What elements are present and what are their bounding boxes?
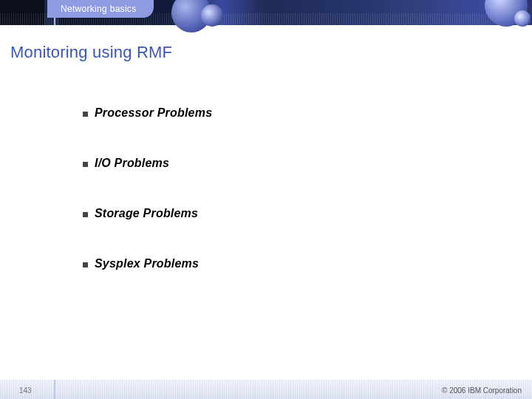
slide: Networking basics Monitoring using RMF P… — [0, 0, 532, 399]
slide-title: Monitoring using RMF — [10, 43, 172, 62]
header-section-label: Networking basics — [61, 4, 136, 14]
list-item: I/O Problems — [83, 157, 467, 170]
bullet-list: Processor Problems I/O Problems Storage … — [83, 106, 467, 307]
bullet-square-icon — [83, 162, 88, 167]
footer-divider-line — [54, 380, 55, 399]
bullet-label: I/O Problems — [95, 157, 169, 170]
page-number: 143 — [19, 386, 32, 395]
bullet-label: Processor Problems — [95, 106, 212, 120]
bullet-label: Sysplex Problems — [95, 257, 199, 270]
bullet-label: Storage Problems — [95, 207, 198, 220]
list-item: Storage Problems — [83, 207, 467, 220]
copyright-text: © 2006 IBM Corporation — [442, 386, 522, 395]
bullet-square-icon — [83, 212, 88, 217]
decorative-sphere-icon — [514, 10, 531, 27]
decorative-sphere-icon — [201, 4, 223, 27]
list-item: Processor Problems — [83, 106, 467, 120]
bullet-square-icon — [83, 112, 88, 117]
bullet-square-icon — [83, 262, 88, 267]
header-section-tab: Networking basics — [47, 0, 154, 18]
list-item: Sysplex Problems — [83, 257, 467, 270]
